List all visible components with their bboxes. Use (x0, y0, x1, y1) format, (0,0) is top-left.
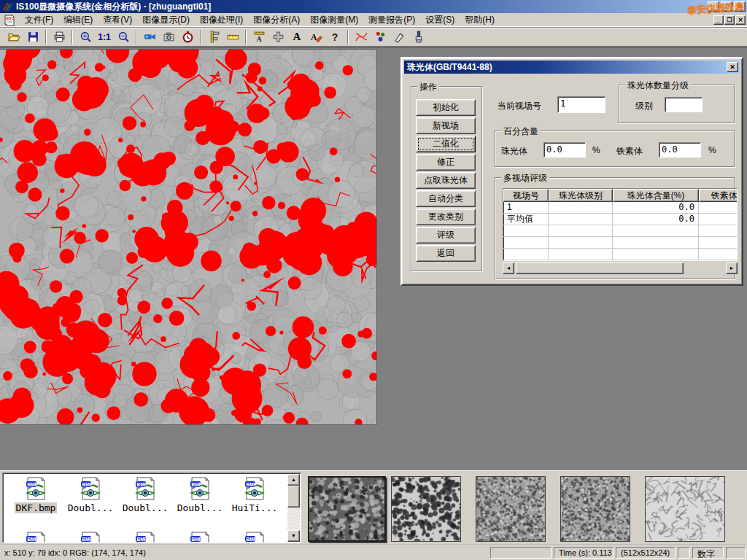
file-item[interactable]: BMP (10, 532, 61, 543)
metallographic-image[interactable] (0, 50, 376, 424)
menu-measure-report[interactable]: 测量报告(P) (363, 12, 420, 28)
menu-settings[interactable]: 设置(S) (420, 12, 460, 28)
mdi-minimize-button[interactable]: _ (713, 15, 724, 25)
actual-size-icon[interactable]: 1:1 (96, 29, 113, 45)
menu-image-measure[interactable]: 图像测量(M) (305, 12, 363, 28)
zoom-in-icon[interactable] (77, 29, 94, 45)
grade-input[interactable] (665, 97, 703, 112)
file-item[interactable]: BMP HuiTi... (229, 477, 280, 513)
current-field-input[interactable]: 1 (557, 96, 605, 113)
menu-view[interactable]: 查看(V) (98, 12, 137, 28)
pick-pearlite-button[interactable]: 点取珠光体 (416, 172, 476, 189)
annotate-icon[interactable]: A (307, 29, 325, 45)
change-class-button[interactable]: 更改类别 (416, 209, 476, 225)
file-item[interactable]: BMP Doubl... (65, 477, 116, 513)
auto-classify-button[interactable]: 自动分类 (416, 190, 476, 207)
measure-text-icon[interactable]: A (250, 29, 268, 45)
file-item[interactable]: BMP (65, 532, 116, 543)
thumbnail-1[interactable] (308, 476, 386, 542)
mdi-restore-button[interactable]: ❐ (724, 15, 735, 25)
video-camera-icon[interactable] (141, 29, 158, 45)
dialog-title: 珠光体(GB/T9441-88) (407, 61, 492, 74)
new-field-button[interactable]: 新视场 (416, 117, 476, 134)
thumbnail-2[interactable] (391, 476, 461, 542)
document-icon[interactable]: DOC (4, 15, 15, 26)
thumbnail-5[interactable] (645, 476, 725, 542)
dialog-title-bar[interactable]: 珠光体(GB/T9441-88) (404, 61, 740, 74)
table-row[interactable]: 1 0.0 (503, 202, 738, 214)
calibration-curve-icon[interactable] (352, 29, 370, 45)
file-name[interactable]: HuiTi... (231, 502, 279, 513)
file-item[interactable]: BMP (174, 532, 225, 543)
print-icon[interactable] (50, 29, 68, 45)
toolbar: 1:1 A A A ? (0, 28, 747, 47)
count-points-icon[interactable] (371, 29, 389, 45)
zoom-out-icon[interactable] (115, 29, 132, 45)
save-icon[interactable] (24, 29, 42, 45)
svg-text:BMP: BMP (137, 482, 148, 487)
text-icon[interactable]: A (288, 29, 306, 45)
open-icon[interactable] (5, 29, 23, 45)
thumbnail-4[interactable] (560, 476, 630, 542)
svg-text:BMP: BMP (28, 537, 39, 542)
app-logo-icon (2, 1, 14, 12)
minimize-button[interactable]: _ (708, 1, 719, 12)
rating-table[interactable]: 视场号 珠光体级别 珠光体含量(%) 铁素体含量(%) 1 0.0 平均值 (503, 188, 738, 261)
table-h-scrollbar[interactable] (503, 262, 738, 274)
scroll-left-icon[interactable] (503, 262, 514, 274)
toolbar-separator (347, 30, 349, 44)
scroll-down-icon[interactable] (287, 530, 300, 542)
col-ferrite: 铁素体含量(%) (699, 189, 738, 202)
title-bar: IS100显微摄像系统(金相分析版) - [zhuguangti01] _ □ … (0, 0, 747, 13)
init-button[interactable]: 初始化 (416, 99, 476, 116)
scroll-thumb[interactable] (516, 262, 684, 274)
file-name[interactable]: DKF.bmp (15, 502, 58, 513)
multi-field-groupbox: 多视场评级 视场号 珠光体级别 珠光体含量(%) 铁素体含量(%) 1 0.0 (495, 177, 735, 279)
file-item[interactable]: BMP Doubl... (120, 477, 171, 513)
status-panel-empty (678, 547, 690, 559)
file-browser[interactable]: BMP DKF.bmp BMP Doubl... BMP Doubl... BM… (2, 472, 301, 543)
table-row[interactable]: 平均值 0.0 (503, 214, 738, 225)
menu-image-display[interactable]: 图像显示(D) (137, 12, 195, 28)
file-item[interactable]: BMP DKF.bmp (10, 477, 61, 513)
file-item[interactable]: BMP (229, 532, 280, 543)
brush-icon[interactable] (409, 29, 427, 45)
dialog-close-icon[interactable]: ✕ (727, 62, 738, 72)
file-name[interactable]: Doubl... (176, 502, 225, 513)
menu-edit[interactable]: 编辑(E) (58, 12, 98, 28)
menu-image-process[interactable]: 图像处理(I) (195, 12, 248, 28)
file-name[interactable]: Doubl... (121, 502, 170, 513)
ferrite-unit: % (708, 145, 716, 155)
pen-icon[interactable] (390, 29, 408, 45)
rate-button[interactable]: 评级 (416, 227, 476, 244)
menu-file[interactable]: 文件(F) (20, 12, 58, 28)
timer-icon[interactable] (179, 29, 196, 45)
help-icon[interactable]: ? (326, 29, 344, 45)
file-item[interactable]: BMP Doubl... (174, 477, 225, 513)
caliper-icon[interactable] (205, 29, 222, 45)
bmp-file-icon: BMP (24, 477, 47, 500)
file-name[interactable]: Doubl... (66, 502, 115, 513)
ruler-icon[interactable] (224, 29, 241, 45)
still-camera-icon[interactable] (160, 29, 177, 45)
scroll-right-icon[interactable] (726, 262, 738, 274)
ferrite-percent-input[interactable]: 0.0 (659, 142, 701, 158)
return-button[interactable]: 返回 (416, 245, 476, 262)
correct-button[interactable]: 修正 (416, 154, 476, 171)
close-button[interactable]: ✕ (734, 1, 746, 12)
maximize-button[interactable]: □ (721, 1, 732, 12)
mdi-close-button[interactable]: ✕ (735, 15, 746, 25)
file-item[interactable]: BMP (120, 532, 171, 543)
pearlite-percent-input[interactable]: 0.0 (543, 142, 586, 158)
binarize-button[interactable]: 二值化 (416, 136, 476, 152)
bmp-file-icon: BMP (243, 477, 266, 500)
menu-image-analysis[interactable]: 图像分析(A) (248, 12, 305, 28)
scroll-up-icon[interactable] (287, 474, 300, 486)
file-v-scrollbar[interactable] (287, 474, 300, 542)
menu-help[interactable]: 帮助(H) (460, 12, 500, 28)
toolbar-separator (245, 30, 247, 44)
scroll-thumb[interactable] (287, 486, 300, 508)
grid-tool-icon[interactable] (269, 29, 287, 45)
thumbnail-3[interactable] (476, 476, 546, 542)
svg-text:BMP: BMP (137, 537, 148, 542)
